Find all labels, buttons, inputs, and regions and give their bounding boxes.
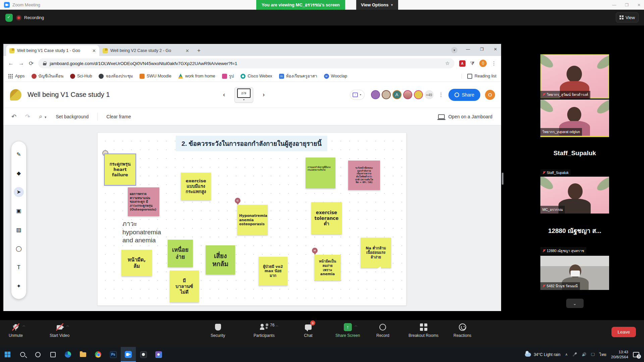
textbox-tool-icon[interactable]: T xyxy=(14,262,24,273)
select-tool-icon[interactable]: ➤ xyxy=(14,187,24,197)
clear-frame-button[interactable]: Clear frame xyxy=(106,114,131,119)
language-indicator[interactable]: ไทย xyxy=(599,351,606,358)
sticky-note[interactable]: หน้ามืดเป็น ลมง่าย เพราะ anemia xyxy=(314,255,341,281)
chrome-close-button[interactable]: ✕ xyxy=(494,47,497,52)
bookmark-item[interactable]: บัญชีเงินเดือน xyxy=(32,73,63,79)
chevron-up-icon[interactable]: ︿ xyxy=(355,323,358,328)
chrome-maximize-button[interactable]: ❐ xyxy=(480,47,484,52)
sticky-note[interactable]: ระวังหน้ามืดขณะ ออกกำลังกาย เนื่องจากควา… xyxy=(348,161,380,190)
extensions-puzzle-icon[interactable]: ⧩ xyxy=(470,60,475,66)
panel-resize-handle[interactable] xyxy=(502,173,503,185)
sticky-note[interactable]: Hyponatremia anemia osteoporasis xyxy=(237,205,268,235)
video-tile[interactable]: วิทยากร_สุวัฒน์ จิตรดำรงค์ xyxy=(540,54,609,99)
reading-list-button[interactable]: Reading list xyxy=(462,74,496,79)
participants-button[interactable]: 76 ︿ Participants xyxy=(254,323,275,338)
undo-icon[interactable]: ↶ xyxy=(11,113,16,120)
search-button[interactable] xyxy=(15,347,30,362)
name-tile[interactable]: Staff_Supaluk Staff_Supaluk xyxy=(540,138,609,176)
leave-button[interactable]: Leave xyxy=(611,327,636,337)
action-center-icon[interactable]: 3 xyxy=(633,352,639,357)
bookmark-item[interactable]: จองห้องประชุม xyxy=(99,73,133,79)
edge-button[interactable] xyxy=(60,347,75,362)
avatar[interactable] xyxy=(371,90,380,99)
shape-tool-icon[interactable]: ◯ xyxy=(14,243,24,253)
zoom-app-button[interactable] xyxy=(121,347,136,362)
weather-widget[interactable]: 34°C Light rain xyxy=(525,352,560,357)
scroll-participants-down-button[interactable]: ⌄ xyxy=(566,299,584,308)
close-button[interactable]: ✕ xyxy=(637,3,641,7)
bookmark-item[interactable]: รูป xyxy=(222,73,234,79)
file-explorer-button[interactable] xyxy=(75,347,91,362)
video-tile[interactable]: วิทยากร_yuparat odglun xyxy=(540,100,609,136)
clock[interactable]: 13:43 20/8/2564 xyxy=(611,350,628,359)
security-shield-icon[interactable] xyxy=(5,14,13,22)
video-tile[interactable]: 5482 นีรนุช รัตนมณี xyxy=(540,256,609,290)
frame-selector[interactable]: 2/9 ▼ xyxy=(234,87,253,103)
account-avatar[interactable]: O xyxy=(485,90,495,100)
document-title[interactable]: Well being V1 Case study 1 xyxy=(28,91,110,99)
chat-button[interactable]: 9 Chat xyxy=(304,323,313,338)
sticky-note[interactable]: exercise tolerance ต่ำ xyxy=(311,202,342,234)
photos-button[interactable] xyxy=(151,347,166,362)
sticky-note[interactable]: การออกกำลังกายที่มีแรงกระแทกมากเกินไป xyxy=(306,158,335,188)
pen-tool-icon[interactable]: ✎ xyxy=(14,149,24,159)
bookmark-item[interactable]: SWU Moodle xyxy=(140,74,171,79)
sticky-note-tool-icon[interactable]: ▣ xyxy=(14,206,24,216)
sticky-note[interactable]: ผู้ป่วยมี vo2 max น้อย มาก xyxy=(259,257,287,286)
chrome-minimize-button[interactable]: — xyxy=(466,47,470,52)
tab-case-study-2[interactable]: Well being V2 Case study 2 - Go ✕ xyxy=(99,45,193,56)
image-tool-icon[interactable]: ▨ xyxy=(14,225,24,235)
record-button[interactable]: Record xyxy=(376,323,389,338)
cortana-button[interactable] xyxy=(30,347,45,362)
sticky-note[interactable]: หน้ามืด, ล้ม xyxy=(121,250,152,276)
maximize-button[interactable]: ❐ xyxy=(625,3,629,7)
display-icon[interactable]: 🖵 xyxy=(591,352,595,357)
tab-close-icon[interactable]: ✕ xyxy=(185,48,189,53)
pinned-app-button[interactable] xyxy=(136,347,151,362)
tab-case-study-1[interactable]: Well being V1 Case study 1 - Goo ✕ xyxy=(6,45,99,56)
next-frame-icon[interactable]: › xyxy=(263,91,265,98)
bookmark-item[interactable]: wWooclap xyxy=(324,74,347,79)
sticky-note[interactable]: กระดูกพรุน heart failure xyxy=(105,154,136,185)
minimize-button[interactable]: — xyxy=(612,3,616,7)
laser-tool-icon[interactable]: ✦ xyxy=(14,281,24,291)
bookmark-item[interactable]: 31ห้องเรียนครูอาสา xyxy=(279,73,317,79)
mic-tray-icon[interactable]: 🎤 xyxy=(573,352,577,357)
breakout-rooms-button[interactable]: Breakout Rooms xyxy=(409,323,438,338)
avatar[interactable]: A xyxy=(392,90,401,99)
share-button[interactable]: Share xyxy=(448,89,480,101)
chevron-up-icon[interactable]: ︿ xyxy=(66,323,69,328)
security-button[interactable]: Security xyxy=(211,323,225,338)
start-video-button[interactable]: ︿ Start Video xyxy=(50,323,69,338)
view-layout-button[interactable]: View xyxy=(616,12,639,22)
open-on-jamboard-button[interactable]: Open on a Jamboard xyxy=(438,114,492,119)
reactions-button[interactable]: Reactions xyxy=(453,323,471,338)
video-tile[interactable]: MC_อรวรรณ xyxy=(540,177,609,214)
share-screen-button[interactable]: ↑ ︿ Share Screen xyxy=(335,323,360,338)
frame-title[interactable]: 2. ข้อควรระวังในการออกกำลังกายในผู้สูงอา… xyxy=(176,136,327,151)
bookmark-star-icon[interactable]: ☆ xyxy=(445,60,449,66)
name-tile[interactable]: 12880 ณัฐชญา ส... 12880 ณัฐชญา สุนทราช xyxy=(540,215,609,255)
unmute-button[interactable]: ︿ Unmute xyxy=(9,323,23,338)
canvas-text[interactable]: ภาวะ hyponatremia and anemia xyxy=(122,220,161,245)
bookmark-item[interactable]: Cisco Webex xyxy=(240,74,272,79)
bookmark-apps[interactable]: Apps xyxy=(8,74,25,79)
start-button[interactable] xyxy=(0,347,15,362)
eraser-tool-icon[interactable]: ◆ xyxy=(14,168,24,178)
jamboard-canvas[interactable]: 2. ข้อควรระวังในการออกกำลังกายในผู้สูงอา… xyxy=(3,125,501,311)
sticky-note[interactable]: ผลการตรวจ ความหนาแน่น ของกระดูก มี ภาวะก… xyxy=(128,187,159,216)
sticky-note[interactable]: Na ต่ำกล้าม เนื้ออ่อนแรง ล้าง่าย xyxy=(361,238,391,268)
tab-search-button[interactable]: ▾ xyxy=(451,47,458,53)
new-tab-button[interactable]: + xyxy=(195,46,203,55)
jamboard-menu-icon[interactable]: ⋮ xyxy=(438,92,444,98)
chrome-menu-icon[interactable]: ⋮ xyxy=(491,60,496,66)
set-background-button[interactable]: Set background xyxy=(56,114,89,119)
zoom-tool-icon[interactable]: ⌕ ▼ xyxy=(39,113,47,120)
volume-icon[interactable]: 🔊 xyxy=(582,352,587,357)
bookmark-item[interactable]: work from home xyxy=(178,74,215,79)
previous-frame-icon[interactable]: ‹ xyxy=(223,91,225,98)
address-bar[interactable]: jamboard.google.com/d/1OLWxeUrODEoQi0VN4… xyxy=(38,58,454,68)
pdf-extension-icon[interactable]: A xyxy=(459,60,466,67)
view-options-button[interactable]: View Options▼ xyxy=(356,0,398,10)
avatar[interactable] xyxy=(382,90,391,99)
